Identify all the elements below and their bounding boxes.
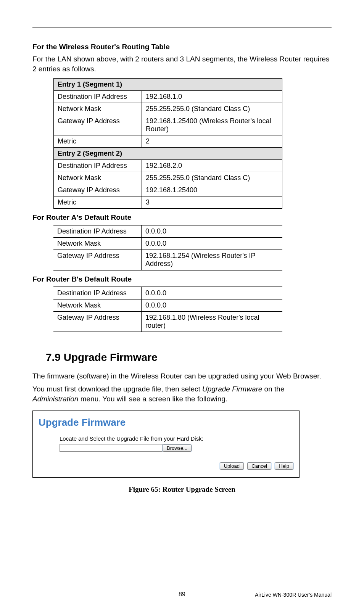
table-row: Gateway IP Address 192.168.1.25400 [54,184,282,196]
routerb-mask-label: Network Mask [53,299,142,312]
router-a-table: Destination IP Address 0.0.0.0 Network M… [53,225,282,270]
entry1-mask-value: 255.255.255.0 (Standard Class C) [142,103,282,115]
upgrade-para2a: You must first download the upgrade file… [32,385,202,393]
section-title-router-a: For Router A's Default Route [32,213,332,222]
table-row: Destination IP Address 0.0.0.0 [53,225,282,238]
routera-dest-label: Destination IP Address [53,225,142,238]
entry2-dest-label: Destination IP Address [54,160,142,172]
upgrade-para2e: menu. You will see a screen like the fol… [78,395,227,403]
entry2-mask-value: 255.255.255.0 (Standard Class C) [142,172,282,184]
table-row: Network Mask 0.0.0.0 [53,238,282,250]
routing-table: Entry 1 (Segment 1) Destination IP Addre… [53,78,282,209]
router-b-table: Destination IP Address 0.0.0.0 Network M… [53,287,282,332]
entry2-mask-label: Network Mask [54,172,142,184]
help-button[interactable]: Help [275,462,293,470]
table-row: Metric 2 [54,135,282,148]
routera-mask-value: 0.0.0.0 [142,238,283,250]
entry1-gateway-value: 192.168.1.25400 (Wireless Router's local… [142,115,282,135]
entry2-header-row: Entry 2 (Segment 2) [54,148,282,160]
section-title-router-b: For Router B's Default Route [32,275,332,283]
firmware-title: Upgrade Firmware [39,417,293,428]
table-row: Metric 3 [54,196,282,209]
section-heading-upgrade: 7.9 Upgrade Firmware [46,351,332,364]
table-row: Gateway IP Address 192.168.1.25400 (Wire… [54,115,282,135]
entry1-mask-label: Network Mask [54,103,142,115]
table-row: Gateway IP Address 192.168.1.80 (Wireles… [53,312,282,332]
firmware-file-label: Locate and Select the Upgrade File from … [60,435,293,442]
top-rule [32,27,332,27]
browse-button[interactable]: Browse... [163,444,192,452]
routera-dest-value: 0.0.0.0 [142,225,283,238]
table-row: Destination IP Address 192.168.1.0 [54,91,282,103]
entry1-metric-value: 2 [142,135,282,148]
entry2-metric-label: Metric [54,196,142,209]
section-title-routing-table: For the Wireless Router's Routing Table [32,43,332,51]
table-row: Destination IP Address 0.0.0.0 [53,287,282,299]
upload-button[interactable]: Upload [220,462,244,470]
upgrade-para2d: Administration [32,395,78,403]
entry2-metric-value: 3 [142,196,282,209]
upgrade-para2c: on the [262,385,284,393]
routerb-gateway-value: 192.168.1.80 (Wireless Router's local ro… [142,312,283,332]
entry1-gateway-label: Gateway IP Address [54,115,142,135]
table-row: Network Mask 255.255.255.0 (Standard Cla… [54,103,282,115]
entry1-header: Entry 1 (Segment 1) [54,79,282,91]
section-paragraph: For the LAN shown above, with 2 routers … [32,54,332,74]
manual-name: AirLive WN-300R User's Manual [255,592,332,598]
routerb-mask-value: 0.0.0.0 [142,299,283,312]
entry1-dest-label: Destination IP Address [54,91,142,103]
file-path-input[interactable] [60,444,163,452]
entry2-header: Entry 2 (Segment 2) [54,148,282,160]
entry2-gateway-label: Gateway IP Address [54,184,142,196]
routera-gateway-label: Gateway IP Address [53,250,142,270]
table-row: Network Mask 0.0.0.0 [53,299,282,312]
cancel-button[interactable]: Cancel [247,462,271,470]
routerb-dest-label: Destination IP Address [53,287,142,299]
entry1-header-row: Entry 1 (Segment 1) [54,79,282,91]
upgrade-para2b: Upgrade Firmware [202,385,262,393]
routera-mask-label: Network Mask [53,238,142,250]
footer: 89 AirLive WN-300R User's Manual [32,591,332,598]
entry1-metric-label: Metric [54,135,142,148]
button-row: Upload Cancel Help [39,462,293,470]
figure-caption: Figure 65: Router Upgrade Screen [32,485,332,494]
upgrade-para2: You must first download the upgrade file… [32,384,332,404]
firmware-screenshot: Upgrade Firmware Locate and Select the U… [32,411,300,478]
file-row: Browse... [60,444,293,452]
table-row: Network Mask 255.255.255.0 (Standard Cla… [54,172,282,184]
table-row: Gateway IP Address 192.168.1.254 (Wirele… [53,250,282,270]
routera-gateway-value: 192.168.1.254 (Wireless Router's IP Addr… [142,250,283,270]
entry2-dest-value: 192.168.2.0 [142,160,282,172]
upgrade-para1: The firmware (software) in the Wireless … [32,371,332,381]
table-row: Destination IP Address 192.168.2.0 [54,160,282,172]
routerb-gateway-label: Gateway IP Address [53,312,142,332]
routerb-dest-value: 0.0.0.0 [142,287,283,299]
entry2-gateway-value: 192.168.1.25400 [142,184,282,196]
entry1-dest-value: 192.168.1.0 [142,91,282,103]
